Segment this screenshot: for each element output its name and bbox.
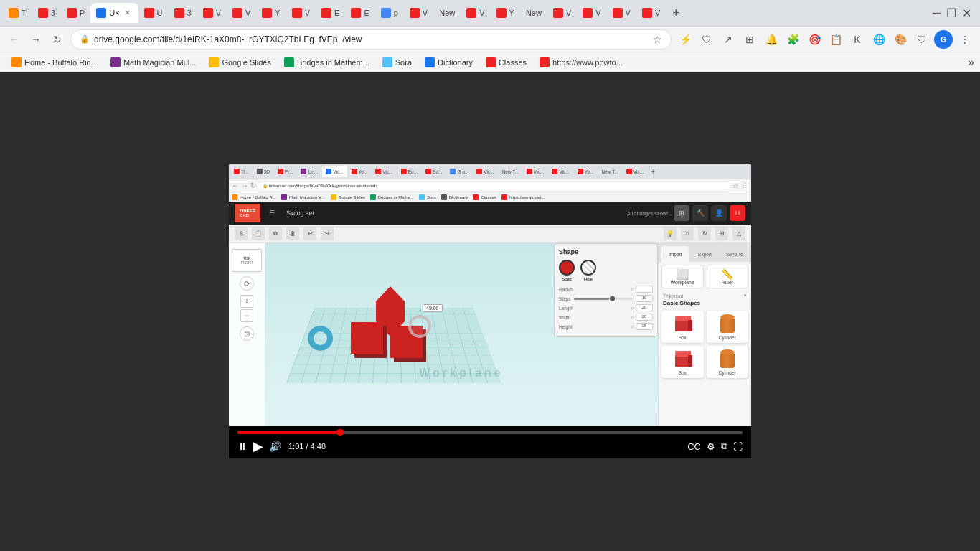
bookmark-slides[interactable]: Google Slides	[203, 56, 277, 69]
tc-color-solid[interactable]: Solid	[559, 260, 575, 281]
tc-steps-slider[interactable]	[574, 298, 633, 300]
tc-tab-sendto[interactable]: Send To	[721, 246, 748, 262]
bookmark-sora[interactable]: Sora	[377, 56, 418, 69]
tc-shape-card-cyl1[interactable]: Cylinder	[707, 311, 749, 343]
reload-button[interactable]: ↻	[49, 31, 66, 48]
tab-t1[interactable]: T	[3, 3, 32, 23]
tc-rotate-icon[interactable]: ↻	[698, 227, 711, 240]
bookmark-bridges[interactable]: Bridges in Mathem...	[278, 56, 375, 69]
tc-tab-import[interactable]: Import	[661, 246, 689, 262]
tc-hammer-btn[interactable]: 🔨	[692, 205, 708, 221]
tab-t22[interactable]: V	[636, 3, 666, 23]
tab-new2[interactable]: New	[520, 3, 547, 23]
tc-tab-export[interactable]: Export	[691, 246, 718, 262]
tab-t11[interactable]: E	[316, 3, 345, 23]
bookmark-classes[interactable]: Classes	[480, 56, 532, 69]
tab-t12[interactable]: E	[345, 3, 374, 23]
tc-person-btn[interactable]: 👤	[711, 205, 727, 221]
bookmark-home[interactable]: Home - Buffalo Rid...	[6, 56, 103, 69]
play-button[interactable]: ▶	[253, 438, 263, 454]
tab-t10[interactable]: V	[286, 3, 316, 23]
tab-t6[interactable]: 3	[169, 3, 197, 23]
tc-view-cube[interactable]: TOP FRONT	[232, 249, 262, 272]
extension-7-icon[interactable]: 🛡	[913, 30, 931, 49]
tc-steps-value[interactable]: 10	[636, 295, 653, 302]
tab-close-t4[interactable]: ✕	[123, 8, 133, 18]
cc-button[interactable]: CC	[687, 441, 701, 452]
tc-redo-btn[interactable]: ↪	[321, 227, 334, 240]
fullscreen-button[interactable]: ⛶	[733, 441, 743, 452]
tc-zoom-in-btn[interactable]: +	[240, 295, 253, 308]
tc-triangle-icon[interactable]: △	[732, 227, 745, 240]
tab-new1[interactable]: New	[433, 3, 461, 23]
tc-color-hole[interactable]: Hole	[580, 260, 596, 281]
tc-paste-btn[interactable]: 📋	[252, 227, 265, 240]
tc-shape-box1[interactable]	[351, 322, 383, 354]
tab-t21[interactable]: V	[607, 3, 636, 23]
address-bar[interactable]: 🔒 drive.google.com/file/d/1eIRK-1aX0m8-_…	[70, 29, 672, 50]
tab-t19[interactable]: V	[547, 3, 577, 23]
bookmarks-more-button[interactable]: »	[968, 56, 974, 69]
tab-t3[interactable]: P	[61, 3, 90, 23]
tc-length-input[interactable]: 20	[636, 304, 653, 311]
tc-workplane-btn[interactable]: ⬜ Workplane	[661, 265, 704, 288]
new-tab-button[interactable]: +	[666, 3, 686, 23]
tab-t17[interactable]: Y	[491, 3, 520, 23]
restore-button[interactable]: ❐	[946, 6, 956, 20]
tab-t9[interactable]: Y	[256, 3, 286, 23]
minimize-button[interactable]: ─	[933, 6, 941, 19]
video-player[interactable]: Ti... 3D Pr... Un...	[229, 164, 751, 458]
share-button[interactable]: ↗	[719, 30, 738, 49]
tab-t20[interactable]: V	[577, 3, 606, 23]
tc-light-icon[interactable]: 💡	[664, 227, 677, 240]
tc-delete-btn[interactable]: 🗑	[286, 227, 299, 240]
bookmark-star-icon[interactable]: ☆	[653, 34, 662, 45]
extension-6-icon[interactable]: 🎨	[891, 30, 910, 49]
volume-button[interactable]: 🔊	[269, 441, 281, 452]
tc-shape-card-box1[interactable]: Box	[661, 311, 704, 343]
shield-icon[interactable]: 🛡	[697, 30, 716, 49]
extension-5-icon[interactable]: 🌐	[870, 30, 888, 49]
back-button[interactable]: ←	[6, 31, 23, 48]
apps-button[interactable]: ⊞	[740, 30, 759, 49]
tc-shape-card-box2[interactable]: Box	[661, 346, 704, 378]
pause-button[interactable]: ⏸	[237, 441, 248, 452]
video-progress-bar[interactable]	[237, 431, 743, 434]
tc-profile-btn[interactable]: U	[730, 205, 745, 221]
tc-shape-torus[interactable]	[308, 326, 333, 351]
tc-fit-btn[interactable]: ⊡	[240, 326, 254, 341]
tab-t13[interactable]: p	[375, 3, 404, 23]
tc-grid-icon[interactable]: ⊞	[715, 227, 728, 240]
tc-circle-icon[interactable]: ○	[681, 227, 694, 240]
tc-copy-btn[interactable]: ⎘	[235, 227, 248, 240]
bookmark-math[interactable]: Math Magician Mul...	[105, 56, 202, 69]
settings-button[interactable]: ⚙	[707, 441, 715, 452]
bookmark-dictionary[interactable]: Dictionary	[419, 56, 479, 69]
tab-t2[interactable]: 3	[32, 3, 61, 23]
tab-t8[interactable]: V	[227, 3, 256, 23]
tab-t5[interactable]: U	[138, 3, 169, 23]
miniplayer-button[interactable]: ⧉	[721, 441, 727, 452]
tc-3d-view-btn[interactable]: ⊞	[674, 205, 689, 221]
tc-undo-btn[interactable]: ↩	[303, 227, 316, 240]
extension-3-icon[interactable]: 📋	[826, 30, 845, 49]
notifications-icon[interactable]: 🔔	[762, 30, 781, 49]
tc-ruler-btn[interactable]: 📏 Ruler	[707, 265, 749, 288]
tc-shape-card-cyl2[interactable]: Cylinder	[707, 346, 749, 378]
forward-button[interactable]: →	[27, 31, 44, 48]
extension-2-icon[interactable]: 🎯	[805, 30, 824, 49]
tab-t14[interactable]: V	[404, 3, 433, 23]
tab-t16[interactable]: V	[461, 3, 490, 23]
tc-width-input[interactable]: 20	[636, 314, 653, 321]
extension-4-icon[interactable]: K	[848, 30, 867, 49]
tab-t4-active[interactable]: U× ✕	[90, 3, 138, 23]
bookmark-powto[interactable]: https://www.powto...	[534, 56, 628, 69]
extension-1-icon[interactable]: 🧩	[783, 30, 802, 49]
tc-category-dropdown-icon[interactable]: ▾	[744, 293, 747, 298]
menu-button[interactable]: ⋮	[956, 30, 974, 49]
tc-zoom-out-btn[interactable]: −	[240, 309, 253, 322]
close-button[interactable]: ✕	[962, 6, 971, 20]
tab-t7[interactable]: V	[197, 3, 227, 23]
profile-avatar[interactable]: G	[934, 30, 953, 49]
tc-duplicate-btn[interactable]: ⧉	[269, 227, 282, 240]
